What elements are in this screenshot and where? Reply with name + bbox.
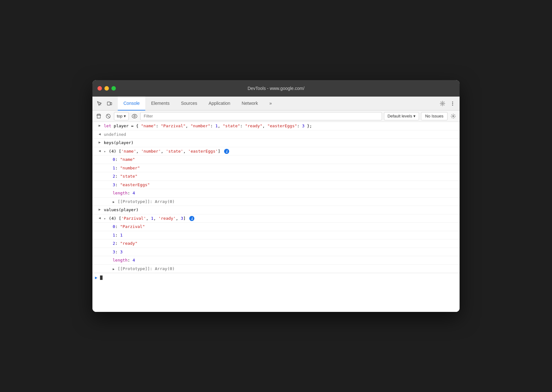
eye-button[interactable] xyxy=(131,112,138,120)
tab-sources[interactable]: Sources xyxy=(175,97,203,111)
arrow-left-icon: ◀ xyxy=(98,132,101,137)
line-content: let player = { "name": "Parzival", "numb… xyxy=(103,123,457,129)
line-content: ▾ (4) ['name', 'number', 'state', 'easte… xyxy=(103,148,457,155)
line-prefix xyxy=(92,266,103,266)
no-issues-button[interactable]: No Issues xyxy=(421,112,448,120)
filter-input[interactable] xyxy=(140,112,382,120)
console-line: 2: "state" xyxy=(92,172,460,181)
console-line: ◀ ▾ (4) ['Parzival', 1, 'ready', 3] i xyxy=(92,214,460,223)
console-line: 3: "easterEggs" xyxy=(92,181,460,189)
console-line: 3: 3 xyxy=(92,248,460,256)
line-prefix: ◀ xyxy=(92,215,103,221)
line-content: values(player) xyxy=(103,207,457,213)
minimize-button[interactable] xyxy=(104,86,109,91)
line-content: ▶ [[Prototype]]: Array(0) xyxy=(103,199,457,205)
line-content: 2: "ready" xyxy=(103,240,457,247)
line-prefix xyxy=(92,249,103,249)
console-line: ▶ let player = { "name": "Parzival", "nu… xyxy=(92,122,460,130)
line-prefix xyxy=(92,173,103,174)
console-line: ▶ values(player) xyxy=(92,206,460,214)
line-prefix: ◀ xyxy=(92,131,103,137)
line-prefix xyxy=(92,190,103,190)
line-content: 1: 1 xyxy=(103,232,457,238)
line-prefix xyxy=(92,224,103,224)
tab-more[interactable]: » xyxy=(264,97,278,111)
devtools-window: DevTools - www.google.com/ Console xyxy=(92,80,460,312)
arrow-left-icon: ◀ xyxy=(98,216,101,221)
console-settings-button[interactable] xyxy=(449,112,457,120)
line-content: 1: "number" xyxy=(103,165,457,171)
arrow-right-icon: ▶ xyxy=(98,123,101,129)
input-cursor xyxy=(100,275,103,280)
line-prefix: ◀ xyxy=(92,148,103,154)
tab-console[interactable]: Console xyxy=(118,97,145,111)
default-levels-button[interactable]: Default levels ▾ xyxy=(384,112,419,120)
console-line: ◀ ▾ (4) ['name', 'number', 'state', 'eas… xyxy=(92,147,460,156)
line-prefix xyxy=(92,182,103,182)
console-line: length: 4 xyxy=(92,256,460,265)
svg-line-11 xyxy=(107,115,110,118)
svg-point-14 xyxy=(453,116,454,117)
toolbar-actions xyxy=(436,99,457,108)
maximize-button[interactable] xyxy=(111,86,116,91)
tab-bar: Console Elements Sources Application Net… xyxy=(92,97,460,111)
device-toolbar-button[interactable] xyxy=(105,99,114,108)
line-prefix xyxy=(92,199,103,199)
line-content: keys(player) xyxy=(103,140,457,146)
line-content: 0: "name" xyxy=(103,156,457,163)
console-line: 1: 1 xyxy=(92,231,460,240)
console-line: 0: "Parzival" xyxy=(92,223,460,231)
line-content: length: 4 xyxy=(103,257,457,263)
line-prefix: ▶ xyxy=(92,140,103,145)
console-line: 0: "name" xyxy=(92,155,460,164)
console-line: ▶ [[Prototype]]: Array(0) xyxy=(92,198,460,206)
svg-point-3 xyxy=(452,101,453,102)
context-selector[interactable]: top ▾ xyxy=(114,112,129,120)
arrow-right-icon: ▶ xyxy=(98,207,101,212)
console-line: length: 4 xyxy=(92,189,460,198)
svg-point-4 xyxy=(452,103,453,104)
clear-console-button[interactable] xyxy=(95,112,103,120)
line-content: length: 4 xyxy=(103,190,457,196)
close-button[interactable] xyxy=(97,86,102,91)
console-line: 1: "number" xyxy=(92,164,460,173)
line-prefix xyxy=(92,240,103,241)
settings-button[interactable] xyxy=(438,99,447,108)
input-prompt: ▶ xyxy=(95,275,97,280)
line-prefix xyxy=(92,257,103,257)
console-input-line[interactable]: ▶ xyxy=(92,273,460,282)
inspect-element-button[interactable] xyxy=(95,99,104,108)
svg-point-13 xyxy=(134,115,135,117)
line-prefix: ▶ xyxy=(92,207,103,212)
arrow-right-icon: ▶ xyxy=(98,140,101,145)
line-content: 2: "state" xyxy=(103,173,457,180)
line-content: undefined xyxy=(103,131,457,138)
tab-application[interactable]: Application xyxy=(203,97,236,111)
line-prefix xyxy=(92,165,103,165)
line-content: 0: "Parzival" xyxy=(103,224,457,230)
line-content: ▾ (4) ['Parzival', 1, 'ready', 3] i xyxy=(103,215,457,222)
console-output: ▶ let player = { "name": "Parzival", "nu… xyxy=(92,122,460,312)
console-line: ▶ [[Prototype]]: Array(0) xyxy=(92,265,460,273)
line-prefix: ▶ xyxy=(92,123,103,129)
titlebar: DevTools - www.google.com/ xyxy=(92,80,460,97)
svg-point-5 xyxy=(452,104,453,105)
console-line: ◀ undefined xyxy=(92,130,460,139)
line-content: 3: 3 xyxy=(103,249,457,255)
line-prefix xyxy=(92,232,103,232)
tab-network[interactable]: Network xyxy=(236,97,264,111)
window-title: DevTools - www.google.com/ xyxy=(248,86,304,91)
traffic-lights xyxy=(97,86,116,91)
tab-elements[interactable]: Elements xyxy=(145,97,175,111)
more-options-button[interactable] xyxy=(448,99,457,108)
line-prefix xyxy=(92,156,103,157)
stop-recording-button[interactable] xyxy=(104,112,112,120)
console-toolbar: top ▾ Default levels ▾ No Issues xyxy=(92,111,460,122)
console-line: ▶ keys(player) xyxy=(92,139,460,147)
tabs: Console Elements Sources Application Net… xyxy=(118,97,436,111)
line-content: ▶ [[Prototype]]: Array(0) xyxy=(103,266,457,272)
arrow-left-icon: ◀ xyxy=(98,149,101,154)
svg-marker-6 xyxy=(97,114,100,118)
toolbar-icons xyxy=(95,99,118,108)
svg-rect-0 xyxy=(107,102,110,105)
